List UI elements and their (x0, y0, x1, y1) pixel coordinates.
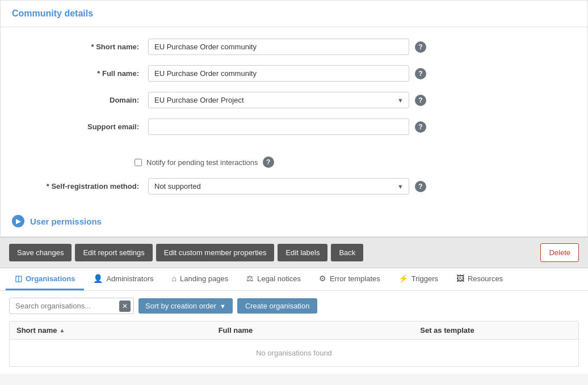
tab-landing-pages[interactable]: ⌂ Landing pages (163, 268, 238, 290)
organisations-panel: ✕ Sort by creation order ▼ Create organi… (0, 291, 588, 374)
community-details-section: Community details * Short name: ? * Full… (0, 0, 588, 237)
tab-legal-notices-label: Legal notices (257, 274, 301, 283)
page-wrapper: Community details * Short name: ? * Full… (0, 0, 588, 374)
form-area: * Short name: ? * Full name: ? Domain: (1, 27, 587, 156)
user-permissions-row[interactable]: ▶ User permissions (1, 210, 587, 236)
short-name-control-wrapper: ? (148, 39, 565, 55)
organisations-tab-icon: ◫ (15, 274, 22, 283)
full-name-help-icon[interactable]: ? (415, 68, 426, 79)
short-name-label: * Short name: (23, 43, 148, 51)
tab-error-templates-label: Error templates (330, 274, 380, 283)
edit-labels-button[interactable]: Edit labels (278, 244, 327, 261)
orgs-toolbar: ✕ Sort by creation order ▼ Create organi… (9, 298, 579, 314)
tab-error-templates[interactable]: ⚙ Error templates (310, 268, 389, 290)
search-wrapper: ✕ (9, 298, 134, 314)
notify-checkbox[interactable] (135, 159, 142, 166)
self-reg-area: * Self-registration method: Not supporte… (1, 178, 587, 210)
domain-select[interactable]: EU Purchase Order Project (148, 92, 409, 108)
tab-organisations[interactable]: ◫ Organisations (6, 268, 84, 290)
edit-report-settings-button[interactable]: Edit report settings (75, 244, 152, 261)
tab-administrators[interactable]: 👤 Administrators (84, 268, 162, 290)
col-short-name-header: Short name ▲ (16, 326, 219, 335)
support-email-help-icon[interactable]: ? (415, 121, 426, 133)
landing-pages-tab-icon: ⌂ (172, 274, 177, 283)
domain-control-wrapper: EU Purchase Order Project ▼ ? (148, 92, 565, 108)
edit-custom-member-properties-button[interactable]: Edit custom member properties (156, 244, 275, 261)
support-email-control-wrapper: ? (148, 119, 565, 135)
domain-label: Domain: (23, 96, 148, 104)
full-name-label: * Full name: (23, 69, 148, 78)
col-template-header: Set as template (420, 326, 572, 335)
domain-help-icon[interactable]: ? (415, 95, 426, 106)
support-email-row: Support email: ? (23, 119, 565, 135)
notify-label: Notify for pending test interactions (146, 158, 258, 167)
user-permissions-expand-icon: ▶ (12, 215, 24, 227)
self-reg-control-wrapper: Not supported ▼ ? (148, 178, 565, 194)
search-clear-button[interactable]: ✕ (119, 301, 131, 312)
administrators-tab-icon: 👤 (93, 274, 103, 283)
short-name-help-icon[interactable]: ? (415, 41, 426, 53)
sort-dropdown-arrow-icon: ▼ (220, 303, 226, 310)
save-changes-button[interactable]: Save changes (9, 244, 72, 261)
col-short-sort-icon: ▲ (60, 327, 65, 333)
self-reg-select[interactable]: Not supported (148, 178, 409, 194)
user-permissions-label: User permissions (30, 217, 102, 226)
sort-by-creation-order-button[interactable]: Sort by creation order ▼ (138, 298, 233, 314)
notify-checkbox-row: Notify for pending test interactions ? (135, 156, 587, 168)
section-header: Community details (1, 1, 587, 27)
tab-resources[interactable]: 🖼 Resources (447, 268, 512, 290)
organisations-table: Short name ▲ Full name Set as template N… (9, 321, 579, 367)
tab-organisations-label: Organisations (26, 274, 75, 283)
short-name-row: * Short name: ? (23, 39, 565, 55)
tabs-bar: ◫ Organisations 👤 Administrators ⌂ Landi… (0, 268, 588, 291)
table-header: Short name ▲ Full name Set as template (10, 321, 578, 340)
self-reg-label: * Self-registration method: (23, 182, 148, 191)
self-reg-select-wrapper: Not supported ▼ (148, 178, 409, 194)
back-button[interactable]: Back (331, 244, 363, 261)
triggers-tab-icon: ⚡ (398, 274, 408, 283)
section-title: Community details (12, 9, 93, 18)
self-reg-help-icon[interactable]: ? (415, 181, 426, 192)
error-templates-tab-icon: ⚙ (319, 274, 326, 283)
legal-notices-tab-icon: ⚖ (246, 274, 254, 283)
domain-select-wrapper: EU Purchase Order Project ▼ (148, 92, 409, 108)
search-organisations-input[interactable] (9, 298, 134, 314)
full-name-control-wrapper: ? (148, 65, 565, 82)
resources-tab-icon: 🖼 (456, 274, 464, 283)
action-bar: Save changes Edit report settings Edit c… (0, 237, 588, 268)
tab-landing-pages-label: Landing pages (180, 274, 228, 283)
tab-legal-notices[interactable]: ⚖ Legal notices (237, 268, 310, 290)
tab-resources-label: Resources (468, 274, 503, 283)
full-name-input[interactable] (148, 65, 409, 82)
notify-help-icon[interactable]: ? (263, 156, 274, 168)
support-email-input[interactable] (148, 119, 409, 135)
tab-triggers-label: Triggers (411, 274, 438, 283)
sort-label: Sort by creation order (145, 302, 216, 310)
domain-row: Domain: EU Purchase Order Project ▼ ? (23, 92, 565, 108)
delete-button[interactable]: Delete (540, 243, 579, 262)
tab-administrators-label: Administrators (106, 274, 153, 283)
support-email-label: Support email: (23, 122, 148, 131)
self-reg-row: * Self-registration method: Not supporte… (23, 178, 565, 194)
table-empty-message: No organisations found (10, 340, 578, 366)
short-name-input[interactable] (148, 39, 409, 55)
full-name-row: * Full name: ? (23, 65, 565, 82)
col-full-name-header: Full name (219, 326, 421, 335)
tab-triggers[interactable]: ⚡ Triggers (389, 268, 447, 290)
create-organisation-button[interactable]: Create organisation (237, 298, 317, 314)
